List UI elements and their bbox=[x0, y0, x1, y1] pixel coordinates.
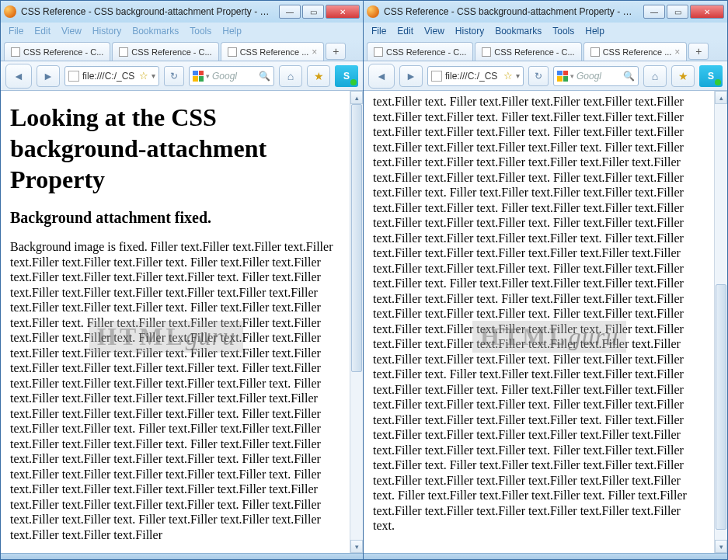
url-box[interactable]: file:///C:/_CS ☆ ▾ bbox=[427, 66, 524, 86]
menubar: File Edit View History Bookmarks Tools H… bbox=[364, 23, 727, 40]
menu-edit[interactable]: Edit bbox=[30, 24, 55, 38]
forward-button[interactable]: ► bbox=[399, 65, 423, 87]
skype-button[interactable]: S bbox=[335, 65, 358, 87]
menu-edit[interactable]: Edit bbox=[392, 24, 418, 38]
menubar: File Edit View History Bookmarks Tools H… bbox=[1, 23, 363, 40]
minimize-button[interactable]: — bbox=[643, 5, 665, 19]
page-icon bbox=[11, 47, 20, 57]
browser-window-left: CSS Reference - CSS background-attachmen… bbox=[0, 0, 364, 560]
toolbar: ◄ ► file:///C:/_CS ☆ ▾ ↻ ▾ Googl 🔍 ⌂ ★ S bbox=[364, 61, 727, 91]
scroll-track[interactable] bbox=[715, 104, 727, 540]
menu-tools[interactable]: Tools bbox=[185, 24, 216, 38]
page-heading: Looking at the CSS background-attachment… bbox=[10, 102, 340, 195]
bookmark-star-icon[interactable]: ☆ bbox=[139, 70, 148, 82]
search-placeholder: Googl bbox=[212, 71, 256, 82]
tab-label: CSS Reference - C... bbox=[131, 47, 211, 57]
menu-history[interactable]: History bbox=[88, 24, 126, 38]
body-text: Background image is fixed. Filler text.F… bbox=[10, 239, 340, 542]
taskbar-strip bbox=[1, 553, 363, 559]
menu-bookmarks[interactable]: Bookmarks bbox=[490, 24, 546, 38]
page-content: Looking at the CSS background-attachment… bbox=[1, 91, 350, 553]
tab-label: CSS Reference - C... bbox=[494, 47, 574, 57]
menu-tools[interactable]: Tools bbox=[548, 24, 579, 38]
reload-button[interactable]: ↻ bbox=[528, 66, 549, 86]
titlebar[interactable]: CSS Reference - CSS background-attachmen… bbox=[364, 1, 727, 23]
menu-file[interactable]: File bbox=[367, 24, 391, 38]
page-content: text.Filler text. Filler text.Filler tex… bbox=[364, 91, 714, 553]
bookmarks-button[interactable]: ★ bbox=[307, 65, 330, 87]
titlebar[interactable]: CSS Reference - CSS background-attachmen… bbox=[1, 1, 363, 23]
page-icon bbox=[431, 71, 442, 82]
search-icon[interactable]: 🔍 bbox=[623, 71, 635, 82]
forward-button[interactable]: ► bbox=[37, 65, 60, 87]
tab-label: CSS Reference - C... bbox=[23, 47, 103, 57]
search-icon[interactable]: 🔍 bbox=[259, 71, 270, 82]
page-icon bbox=[228, 47, 237, 57]
minimize-button[interactable]: — bbox=[279, 5, 301, 19]
bookmarks-button[interactable]: ★ bbox=[671, 65, 695, 87]
close-button[interactable]: ✕ bbox=[690, 5, 724, 19]
scroll-up-button[interactable]: ▴ bbox=[715, 91, 727, 104]
scrollbar[interactable]: ▴ ▾ bbox=[714, 91, 727, 553]
search-dropdown-icon[interactable]: ▾ bbox=[570, 72, 574, 80]
search-box[interactable]: ▾ Googl 🔍 bbox=[189, 66, 274, 86]
search-placeholder: Googl bbox=[576, 71, 621, 82]
new-tab-button[interactable]: + bbox=[326, 43, 346, 60]
menu-file[interactable]: File bbox=[4, 24, 28, 38]
url-text: file:///C:/_CS bbox=[445, 71, 500, 82]
maximize-button[interactable]: ▭ bbox=[667, 5, 688, 19]
tab[interactable]: CSS Reference - C... bbox=[367, 42, 473, 61]
scrollbar[interactable]: ▴ ▾ bbox=[350, 91, 363, 553]
menu-help[interactable]: Help bbox=[218, 24, 246, 38]
url-dropdown-icon[interactable]: ▾ bbox=[152, 71, 155, 80]
tab[interactable]: CSS Reference - C... bbox=[475, 42, 581, 61]
back-button[interactable]: ◄ bbox=[5, 64, 32, 89]
tab-label: CSS Reference - C... bbox=[386, 47, 466, 57]
scroll-track[interactable] bbox=[350, 104, 363, 540]
home-button[interactable]: ⌂ bbox=[643, 65, 667, 87]
close-button[interactable]: ✕ bbox=[326, 5, 360, 19]
url-box[interactable]: file:///C:/_CS ☆ ▾ bbox=[64, 66, 159, 86]
tabstrip: CSS Reference - C... CSS Reference - C..… bbox=[1, 40, 363, 61]
google-icon bbox=[557, 71, 568, 82]
back-button[interactable]: ◄ bbox=[368, 64, 395, 89]
scroll-up-button[interactable]: ▴ bbox=[350, 91, 363, 104]
home-button[interactable]: ⌂ bbox=[279, 65, 302, 87]
search-dropdown-icon[interactable]: ▾ bbox=[206, 72, 210, 80]
close-tab-icon[interactable]: × bbox=[674, 47, 680, 57]
taskbar-strip bbox=[364, 553, 727, 559]
tab[interactable]: CSS Reference - C... bbox=[112, 42, 218, 61]
bookmark-star-icon[interactable]: ☆ bbox=[503, 70, 513, 82]
window-title: CSS Reference - CSS background-attachmen… bbox=[21, 6, 274, 17]
tab-label: CSS Reference ... bbox=[240, 47, 309, 57]
body-text: text.Filler text. Filler text.Filler tex… bbox=[373, 94, 705, 534]
menu-bookmarks[interactable]: Bookmarks bbox=[127, 24, 183, 38]
page-icon bbox=[119, 47, 128, 57]
menu-help[interactable]: Help bbox=[580, 24, 609, 38]
tab-active[interactable]: CSS Reference ...× bbox=[221, 42, 325, 61]
url-dropdown-icon[interactable]: ▾ bbox=[516, 71, 520, 80]
search-box[interactable]: ▾ Googl 🔍 bbox=[553, 66, 639, 86]
reload-button[interactable]: ↻ bbox=[164, 66, 184, 86]
new-tab-button[interactable]: + bbox=[688, 43, 709, 60]
tab-active[interactable]: CSS Reference ...× bbox=[583, 42, 688, 61]
scroll-thumb[interactable] bbox=[716, 284, 726, 530]
close-tab-icon[interactable]: × bbox=[312, 47, 317, 57]
tab[interactable]: CSS Reference - C... bbox=[4, 42, 110, 61]
page-icon bbox=[590, 47, 600, 57]
scroll-thumb[interactable] bbox=[351, 104, 362, 372]
scroll-down-button[interactable]: ▾ bbox=[715, 540, 727, 553]
tab-label: CSS Reference ... bbox=[603, 47, 672, 57]
firefox-icon bbox=[4, 5, 16, 18]
tabstrip: CSS Reference - C... CSS Reference - C..… bbox=[364, 40, 727, 61]
skype-button[interactable]: S bbox=[699, 65, 723, 87]
menu-history[interactable]: History bbox=[451, 24, 489, 38]
scroll-down-button[interactable]: ▾ bbox=[350, 540, 363, 553]
page-icon bbox=[68, 71, 79, 82]
maximize-button[interactable]: ▭ bbox=[302, 5, 324, 19]
google-icon bbox=[193, 71, 204, 82]
page-icon bbox=[374, 47, 383, 57]
menu-view[interactable]: View bbox=[420, 24, 449, 38]
menu-view[interactable]: View bbox=[57, 24, 86, 38]
toolbar: ◄ ► file:///C:/_CS ☆ ▾ ↻ ▾ Googl 🔍 ⌂ ★ S bbox=[1, 61, 363, 91]
